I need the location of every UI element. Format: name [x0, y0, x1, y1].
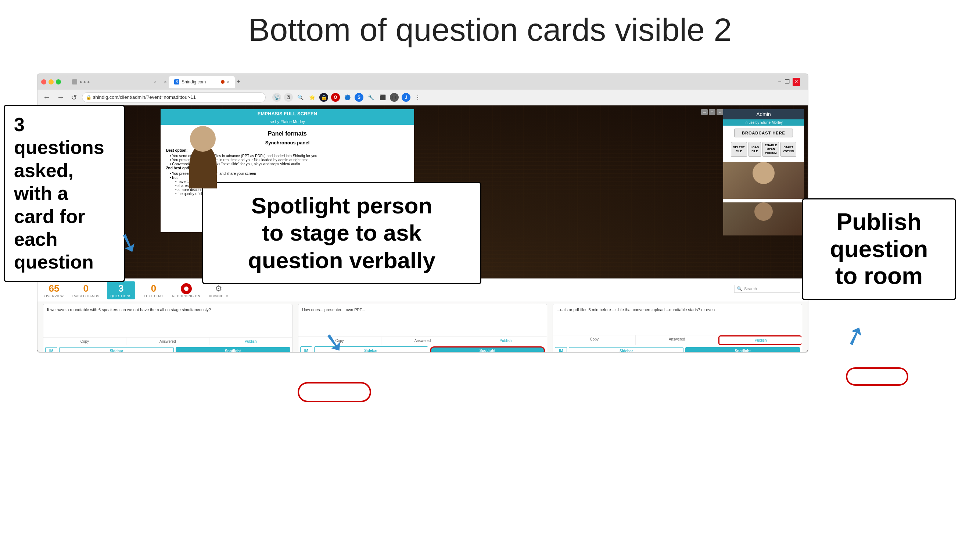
raised-hands-label: RAISED HANDS	[72, 294, 100, 298]
annotation-box-3: Publish question to room	[802, 198, 956, 300]
window-btn-3[interactable]: ×	[716, 109, 723, 115]
screen-icon[interactable]: 🖥	[284, 93, 293, 102]
question-1-spotlight-button[interactable]: Spotlight	[176, 347, 290, 352]
raised-hands-count: 0	[83, 283, 89, 294]
stat-questions[interactable]: 3 QUESTIONS	[107, 281, 135, 299]
recording-icon	[181, 283, 192, 294]
forward-button[interactable]: →	[55, 92, 66, 102]
user-avatar[interactable]: J	[402, 93, 410, 102]
browser-chrome: ● ● ● × × S Shindig.com × + − ❐ ×	[38, 74, 808, 105]
question-2-spotlight-button[interactable]: Spotlight	[430, 346, 545, 352]
overview-label: OVERVIEW	[45, 294, 64, 298]
question-2-im-button[interactable]: IM	[300, 346, 312, 352]
questions-label: QUESTIONS	[111, 294, 132, 298]
question-2-answered[interactable]: Answered	[382, 337, 465, 345]
arrow-to-publish: ➘	[840, 319, 870, 354]
close-button[interactable]: ×	[792, 78, 800, 86]
admin-person-1-head	[752, 162, 775, 184]
tab1-close-icon[interactable]: ×	[154, 79, 156, 84]
admin-title: Admin	[723, 109, 804, 119]
annotation-text-1: 3 questions asked, with a card for each …	[14, 113, 115, 274]
stat-text-chat: 0 TEXT CHAT	[143, 283, 165, 298]
browser-tab-shindig[interactable]: S Shindig.com ×	[169, 76, 235, 88]
question-1-publish[interactable]: Publish	[210, 338, 292, 345]
address-bar[interactable]: 🔒 shindig.com/client/admin/?event=nomadi…	[82, 92, 266, 103]
spotlight-circle-highlight	[298, 382, 371, 402]
select-file-button[interactable]: SELECTFILE	[731, 142, 747, 157]
broadcast-button[interactable]: BROADCAST HERE	[734, 129, 793, 137]
presenter-head	[190, 126, 216, 152]
slides-header: EMPHASIS FULL SCREEN	[161, 109, 414, 118]
question-1-bottom-buttons: IM Sidebar Spotlight	[43, 345, 292, 352]
question-3-copy[interactable]: Copy	[553, 335, 636, 345]
window-btn-2[interactable]: □	[709, 109, 716, 115]
annotation-text-3: Publish question to room	[814, 209, 944, 290]
page-title: Bottom of question cards visible 2	[0, 0, 980, 56]
browser-tabs: ● ● ● × × S Shindig.com × + − ❐ ×	[38, 74, 808, 90]
stat-advanced[interactable]: ⚙ ADVANCED	[208, 283, 230, 298]
question-1-answered[interactable]: Answered	[126, 338, 210, 345]
shindig-icon[interactable]: S	[355, 93, 363, 102]
tab1-favicon	[72, 79, 77, 84]
text-chat-count: 0	[151, 283, 156, 294]
enable-podium-button[interactable]: ENABLEOPENPODIUM	[762, 142, 779, 157]
recording-label: RECORDING ON	[172, 294, 200, 298]
opera-icon[interactable]: O	[331, 93, 340, 102]
minimize-button[interactable]: −	[778, 79, 781, 85]
question-3-publish[interactable]: Publish	[718, 335, 802, 345]
admin-panel: Admin In use by Elaine Morley BROADCAST …	[723, 109, 804, 234]
slides-subheader: se by Elaine Morley	[161, 118, 414, 125]
bookmark-icon[interactable]: ⭐	[307, 93, 317, 102]
question-3-actions: Copy Answered Publish	[553, 335, 802, 345]
question-3-spotlight-button[interactable]: Spotlight	[685, 347, 800, 352]
minimize-dot[interactable]	[48, 79, 54, 84]
cast-icon[interactable]: 📡	[272, 93, 281, 102]
extension4-icon[interactable]: □	[390, 93, 399, 102]
question-1-im-button[interactable]: IM	[45, 347, 57, 352]
gear-icon: ⚙	[213, 283, 224, 294]
toolbar-icons: 📡 🖥 🔍 ⭐ 🔒 O 🔵 S 🔧 ⬛ □ J ⋮	[272, 93, 422, 102]
question-2-publish[interactable]: Publish	[464, 337, 547, 345]
question-3-answered[interactable]: Answered	[636, 335, 718, 345]
browser-tab-1[interactable]: ● ● ● ×	[67, 76, 162, 88]
stat-raised-hands: 0 RAISED HANDS	[72, 283, 100, 298]
security-icon[interactable]: 🔒	[319, 93, 328, 102]
tab2-label: Shindig.com	[181, 79, 219, 84]
maximize-dot[interactable]	[56, 79, 61, 84]
question-card-3: ...uals or pdf files 5 min before ...sib…	[553, 304, 802, 352]
question-1-sidebar-button[interactable]: Sidebar	[59, 347, 174, 352]
control-bar: 65 OVERVIEW 0 RAISED HANDS 3 QUESTIONS 0…	[38, 278, 808, 352]
search-icon-small: 🔍	[737, 286, 742, 291]
refresh-button[interactable]: ↺	[69, 92, 79, 103]
more-menu-icon[interactable]: ⋮	[414, 93, 422, 102]
address-bar-row: ← → ↺ 🔒 shindig.com/client/admin/?event=…	[38, 90, 808, 105]
arrow-to-spotlight: ➘	[321, 326, 347, 359]
annotation-box-1: 3 questions asked, with a card for each …	[4, 105, 125, 282]
close-dot[interactable]	[41, 79, 46, 84]
tab1-x-button[interactable]: ×	[164, 79, 167, 85]
stat-recording: RECORDING ON	[172, 283, 200, 298]
load-file-button[interactable]: LOADFILE	[748, 142, 761, 157]
restore-button[interactable]: ❐	[784, 78, 790, 85]
window-controls-dots	[41, 79, 61, 84]
back-button[interactable]: ←	[41, 92, 52, 102]
recording-dot	[184, 286, 188, 291]
question-3-sidebar-button[interactable]: Sidebar	[569, 347, 684, 352]
question-1-actions: Copy Answered Publish	[43, 337, 292, 345]
window-controls: − ❐ ×	[778, 78, 804, 86]
window-btn-1[interactable]: —	[701, 109, 708, 115]
question-1-copy[interactable]: Copy	[43, 338, 126, 345]
question-card-1: If we have a roundtable with 6 speakers …	[43, 304, 293, 352]
extension2-icon[interactable]: 🔧	[366, 93, 375, 102]
questions-count: 3	[118, 283, 124, 294]
tab1-label: ● ● ●	[80, 79, 152, 84]
search-icon[interactable]: 🔍	[296, 93, 305, 102]
extension3-icon[interactable]: ⬛	[378, 93, 387, 102]
question-3-im-button[interactable]: IM	[555, 347, 567, 352]
admin-action-buttons: SELECTFILE LOADFILE ENABLEOPENPODIUM STA…	[723, 140, 804, 158]
new-tab-button[interactable]: +	[237, 78, 241, 86]
start-voting-button[interactable]: STARTVOTING	[781, 142, 796, 157]
admin-video-thumb-1	[723, 162, 804, 199]
tab2-close-icon[interactable]: ×	[227, 79, 229, 84]
extension1-icon[interactable]: 🔵	[343, 93, 352, 102]
